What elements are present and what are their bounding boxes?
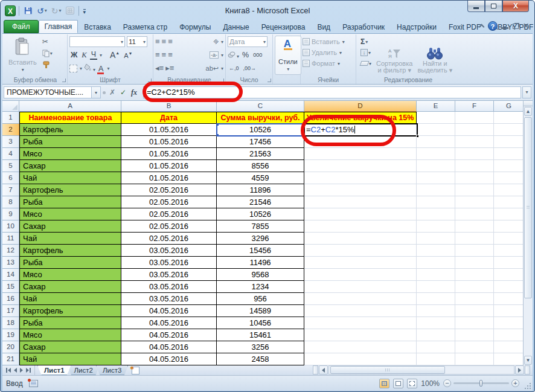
cell-D6[interactable] xyxy=(304,172,417,184)
column-header-F[interactable]: F xyxy=(455,101,494,112)
cell-B17[interactable]: 04.05.2016 xyxy=(121,305,217,317)
cell-C15[interactable]: 1234 xyxy=(217,281,304,293)
dialog-launcher-icon[interactable] xyxy=(220,79,224,82)
row-header-6[interactable]: 6 xyxy=(2,172,19,184)
paste-button[interactable]: Вставить▾ xyxy=(5,36,40,75)
row-header-8[interactable]: 8 xyxy=(2,196,19,208)
decrease-decimal-button[interactable]: ,00→ xyxy=(242,65,258,71)
align-center-button[interactable]: ≡ xyxy=(162,52,167,58)
cell-A3[interactable]: Рыба xyxy=(19,136,121,148)
bold-button[interactable]: Ж xyxy=(69,51,78,59)
cell-B16[interactable]: 03.05.2016 xyxy=(121,293,217,305)
cell-E9[interactable] xyxy=(417,208,455,220)
cell-B2[interactable]: 01.05.2016 xyxy=(121,124,217,136)
cell-B21[interactable]: 04.05.2016 xyxy=(121,353,217,365)
cell-F21[interactable] xyxy=(455,353,494,365)
align-left-button[interactable]: ≡ xyxy=(155,52,160,58)
cell-A12[interactable]: Картофель xyxy=(19,245,121,257)
scroll-left-icon[interactable] xyxy=(319,365,328,374)
cell-A10[interactable]: Сахар xyxy=(19,220,121,233)
tab-add-ins[interactable]: Надстройки xyxy=(391,21,443,33)
cell-C14[interactable]: 9568 xyxy=(217,269,304,281)
name-box[interactable]: ПРОМЕЖУТОЧНЫЕ.... xyxy=(4,86,92,98)
cell-C17[interactable]: 14589 xyxy=(217,305,304,317)
formula-input[interactable]: =C2+C2*15% xyxy=(143,86,521,98)
normal-view-button[interactable] xyxy=(379,379,389,388)
cell-E15[interactable] xyxy=(417,281,455,293)
cell-A9[interactable]: Мясо xyxy=(19,208,121,220)
cell-C8[interactable]: 21546 xyxy=(217,196,304,208)
cell-G13[interactable] xyxy=(494,257,524,269)
cell-D21[interactable] xyxy=(304,353,417,365)
cell-B12[interactable]: 03.05.2016 xyxy=(121,245,217,257)
cell-D12[interactable] xyxy=(304,245,417,257)
page-layout-view-button[interactable] xyxy=(393,379,403,388)
align-top-button[interactable]: ≡ xyxy=(155,39,160,45)
cell-G12[interactable] xyxy=(494,245,524,257)
cell-E17[interactable] xyxy=(417,305,455,317)
increase-font-button[interactable]: A▲ xyxy=(109,50,121,60)
cell-F7[interactable] xyxy=(455,184,494,196)
row-header-4[interactable]: 4 xyxy=(2,148,19,160)
undo-button[interactable]: ↺▾ xyxy=(36,5,48,16)
scroll-right-icon[interactable] xyxy=(515,365,524,374)
cell-C12[interactable]: 15456 xyxy=(217,245,304,257)
dialog-launcher-icon[interactable] xyxy=(62,79,66,82)
cell-A5[interactable]: Сахар xyxy=(19,160,121,172)
collapse-ribbon-icon[interactable] xyxy=(478,24,484,30)
font-color-button[interactable]: А xyxy=(97,63,104,74)
sheet-tab-1[interactable]: Лист1 xyxy=(37,365,71,375)
column-header-B[interactable]: B xyxy=(121,101,217,112)
insert-cells-button[interactable]: Вставить▾ xyxy=(303,37,354,47)
borders-button[interactable] xyxy=(69,65,77,72)
cell-F8[interactable] xyxy=(455,196,494,208)
cell-B6[interactable]: 01.05.2016 xyxy=(121,172,217,184)
insert-worksheet-button[interactable] xyxy=(129,365,144,375)
tab-review[interactable]: Рецензирова xyxy=(255,21,312,33)
tab-developer[interactable]: Разработчик xyxy=(336,21,391,33)
row-header-13[interactable]: 13 xyxy=(2,257,19,269)
first-sheet-button[interactable] xyxy=(6,368,11,373)
cut-button[interactable]: ✂ xyxy=(41,37,54,47)
cell-B7[interactable]: 02.05.2016 xyxy=(121,184,217,196)
cell-B9[interactable]: 02.05.2016 xyxy=(121,208,217,220)
cell-D3[interactable] xyxy=(304,136,417,148)
workbook-close-icon[interactable]: ✕ xyxy=(523,22,529,30)
cell-E20[interactable] xyxy=(417,341,455,353)
cell-G17[interactable] xyxy=(494,305,524,317)
wrap-text-button[interactable]: ab↩ xyxy=(206,65,219,71)
column-header-D[interactable]: D xyxy=(304,101,417,112)
cell-A20[interactable]: Сахар xyxy=(19,341,121,353)
restore-button[interactable] xyxy=(485,1,502,12)
cell-D10[interactable] xyxy=(304,220,417,233)
sheet-tab-3[interactable]: Лист3 xyxy=(96,365,128,375)
cell-E16[interactable] xyxy=(417,293,455,305)
cell-G8[interactable] xyxy=(494,196,524,208)
cell-G11[interactable] xyxy=(494,233,524,245)
fill-color-button[interactable]: ▾ xyxy=(84,63,95,74)
cell-G1[interactable] xyxy=(494,112,524,124)
active-cell-D2[interactable]: =C2+C2*15% xyxy=(304,124,417,136)
tab-page-layout[interactable]: Разметка стр xyxy=(117,21,173,33)
cell-F2[interactable] xyxy=(455,124,494,136)
italic-button[interactable]: К xyxy=(80,51,88,60)
format-cells-button[interactable]: Формат▾ xyxy=(303,59,354,68)
cell-F19[interactable] xyxy=(455,329,494,341)
cell-E5[interactable] xyxy=(417,160,455,172)
cell-C9[interactable]: 10526 xyxy=(217,208,304,220)
horizontal-scrollbar[interactable] xyxy=(313,365,530,374)
cell-E12[interactable] xyxy=(417,245,455,257)
cell-B4[interactable]: 01.05.2016 xyxy=(121,148,217,160)
cell-D1[interactable]: Увеличение выручки на 15% xyxy=(304,112,417,124)
horizontal-scroll-thumb[interactable] xyxy=(330,366,445,374)
tab-home[interactable]: Главная xyxy=(39,20,78,33)
cell-G3[interactable] xyxy=(494,136,524,148)
select-all-corner[interactable] xyxy=(2,101,19,112)
cell-D15[interactable] xyxy=(304,281,417,293)
cell-E18[interactable] xyxy=(417,317,455,329)
cell-D19[interactable] xyxy=(304,329,417,341)
cell-A4[interactable]: Мясо xyxy=(19,148,121,160)
cell-F13[interactable] xyxy=(455,257,494,269)
close-button[interactable]: X xyxy=(502,1,529,12)
help-icon[interactable]: ? xyxy=(488,21,498,31)
